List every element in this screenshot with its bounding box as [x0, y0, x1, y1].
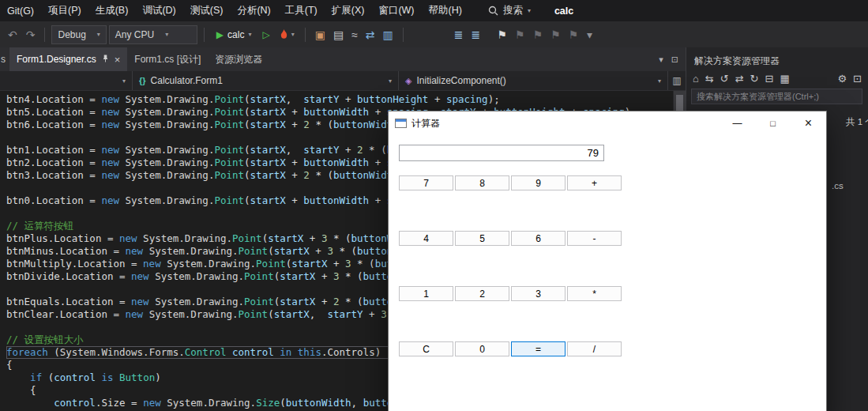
- explorer-toolbar-right: ⚙⊡: [837, 74, 862, 84]
- toolbar-overflow-icon[interactable]: ▾: [584, 29, 596, 40]
- tab-s[interactable]: s: [0, 47, 9, 71]
- document-tab-strip: sForm1.Designer.cs×Form1.cs [设计]资源浏览器 ▾⊡: [0, 47, 686, 71]
- tab-form1-designer-cs[interactable]: Form1.Designer.cs×: [9, 47, 127, 71]
- menu-item[interactable]: 调试(D): [135, 0, 182, 21]
- solution-search-input[interactable]: [691, 89, 862, 104]
- toolbar-edit-icons: ≣≣: [451, 29, 483, 40]
- class-icon: {}: [139, 76, 146, 85]
- menu-item[interactable]: 帮助(H): [422, 0, 469, 21]
- previous-bookmark-icon[interactable]: ⚑: [512, 29, 528, 40]
- toolbar-bookmark-icons: ⚑⚑⚑⚑⚑: [494, 29, 581, 40]
- output-window-icon[interactable]: ▤: [330, 29, 347, 40]
- menu-item[interactable]: 项目(P): [41, 0, 88, 21]
- navigate-forward-icon[interactable]: ↷: [23, 29, 39, 40]
- calc-button-5[interactable]: 5: [455, 231, 509, 246]
- start-debugging-button[interactable]: ▶ calc ▾: [211, 29, 257, 40]
- collapse-all-icon[interactable]: ⊟: [765, 74, 773, 84]
- calc-button-6[interactable]: 6: [511, 231, 566, 246]
- document-outline-icon[interactable]: ▥: [380, 29, 396, 40]
- close-button[interactable]: ×: [791, 111, 826, 135]
- calc-button-multiply[interactable]: *: [567, 286, 622, 301]
- chevron-down-icon: ▾: [122, 77, 126, 85]
- menu-item[interactable]: 窗口(W): [371, 0, 421, 21]
- calc-button-7[interactable]: 7: [399, 175, 453, 190]
- search-box[interactable]: 搜索 ▾: [483, 4, 535, 17]
- undo-icon[interactable]: ↺: [720, 74, 729, 84]
- toolbar-misc-icons: ▣▤≈⇄▥: [312, 29, 396, 40]
- solution-file-fragment[interactable]: .cs: [832, 181, 844, 190]
- spell-check-icon[interactable]: ≈: [348, 29, 361, 40]
- menu-item[interactable]: 测试(S): [183, 0, 231, 21]
- calc-button-1[interactable]: 1: [399, 286, 453, 301]
- indent-increase-icon[interactable]: ≣: [468, 29, 484, 40]
- project-dropdown[interactable]: ▾: [0, 71, 133, 90]
- calc-button-9[interactable]: 9: [511, 175, 566, 190]
- tab-form1-cs-设计-[interactable]: Form1.cs [设计]: [127, 47, 208, 71]
- window-position-icon[interactable]: ⊡: [671, 55, 678, 65]
- sync-active-document-icon[interactable]: ⇄: [735, 74, 744, 84]
- chevron-down-icon: ▾: [528, 8, 531, 14]
- calc-button-plus[interactable]: +: [567, 175, 622, 190]
- configuration-value: Debug: [58, 29, 85, 40]
- minimize-button[interactable]: —: [720, 111, 755, 135]
- start-without-debugging-icon[interactable]: ▷: [259, 30, 272, 40]
- properties-gear-icon[interactable]: ⚙: [837, 74, 847, 84]
- calculator-window: 计算器 — □ × 79 789+456-123*C0=/: [388, 111, 827, 411]
- calculator-display[interactable]: 79: [399, 145, 604, 161]
- type-dropdown[interactable]: {} Calculator.Form1 ▾: [133, 71, 399, 90]
- type-dropdown-value: Calculator.Form1: [151, 75, 223, 86]
- tab-资源浏览器[interactable]: 资源浏览器: [208, 47, 269, 71]
- calc-button-4[interactable]: 4: [399, 231, 453, 246]
- clear-bookmarks-icon[interactable]: ⚑: [566, 29, 582, 40]
- calc-button-3[interactable]: 3: [511, 286, 566, 301]
- navigate-to-icon[interactable]: ⇄: [363, 29, 378, 40]
- code-line: btn4.Location = new System.Drawing.Point…: [6, 93, 673, 106]
- pin-icon[interactable]: [102, 54, 109, 66]
- calc-button-8[interactable]: 8: [455, 175, 509, 190]
- menu-item[interactable]: 工具(T): [278, 0, 325, 21]
- calculator-titlebar[interactable]: 计算器 — □ ×: [389, 111, 826, 135]
- method-icon: ◈: [405, 76, 411, 86]
- calc-button-2[interactable]: 2: [455, 286, 509, 301]
- menu-bar: Git(G)项目(P)生成(B)调试(D)测试(S)分析(N)工具(T)扩展(X…: [0, 0, 868, 21]
- indent-decrease-icon[interactable]: ≣: [451, 29, 467, 40]
- menu-item[interactable]: Git(G): [0, 0, 41, 21]
- refresh-icon[interactable]: ↻: [750, 74, 759, 84]
- chevron-down-icon: ▾: [97, 32, 100, 38]
- split-editor-icon[interactable]: ▥: [668, 71, 686, 90]
- calc-button-minus[interactable]: -: [567, 231, 622, 246]
- toolbar-separator: [305, 28, 306, 42]
- project-count-fragment[interactable]: 共 1 个: [846, 116, 868, 128]
- menu-item[interactable]: 分析(N): [230, 0, 277, 21]
- tab-list-chevron-icon[interactable]: ▾: [659, 55, 663, 65]
- package-icon[interactable]: ▣: [312, 29, 329, 40]
- calc-button-clear[interactable]: C: [399, 341, 453, 356]
- switch-views-icon[interactable]: ⇆: [705, 74, 714, 84]
- form-icon: [395, 118, 407, 129]
- hot-reload-button[interactable]: ▾: [276, 29, 299, 40]
- toolbar-separator: [44, 28, 45, 42]
- next-bookmark-icon[interactable]: ⚑: [529, 29, 546, 40]
- platform-dropdown[interactable]: Any CPU ▾: [109, 25, 197, 44]
- show-all-files-icon[interactable]: ▦: [780, 74, 789, 84]
- menu-item[interactable]: 生成(B): [88, 0, 136, 21]
- member-dropdown-value: InitializeComponent(): [416, 75, 505, 86]
- navigate-back-icon[interactable]: ↶: [5, 29, 21, 40]
- menu-item[interactable]: 扩展(X): [325, 0, 372, 21]
- member-dropdown[interactable]: ◈ InitializeComponent() ▾: [399, 71, 668, 90]
- tab-strip-tabs: sForm1.Designer.cs×Form1.cs [设计]资源浏览器: [0, 47, 269, 71]
- close-tab-icon[interactable]: ×: [115, 55, 121, 65]
- toggle-bookmark-icon[interactable]: ⚑: [494, 29, 510, 40]
- calc-button-divide[interactable]: /: [567, 341, 622, 356]
- bookmark-window-icon[interactable]: ⚑: [547, 29, 564, 40]
- preview-selected-icon[interactable]: ⊡: [853, 74, 862, 84]
- run-target-label: calc: [227, 29, 244, 40]
- maximize-button[interactable]: □: [755, 111, 791, 135]
- home-icon[interactable]: ⌂: [693, 74, 699, 84]
- calc-button-0[interactable]: 0: [455, 341, 509, 356]
- configuration-dropdown[interactable]: Debug ▾: [51, 25, 106, 44]
- search-label: 搜索: [503, 4, 523, 17]
- calc-button-equals[interactable]: =: [511, 341, 566, 356]
- window-controls: — □ ×: [720, 111, 826, 135]
- tab-label: 资源浏览器: [215, 53, 262, 66]
